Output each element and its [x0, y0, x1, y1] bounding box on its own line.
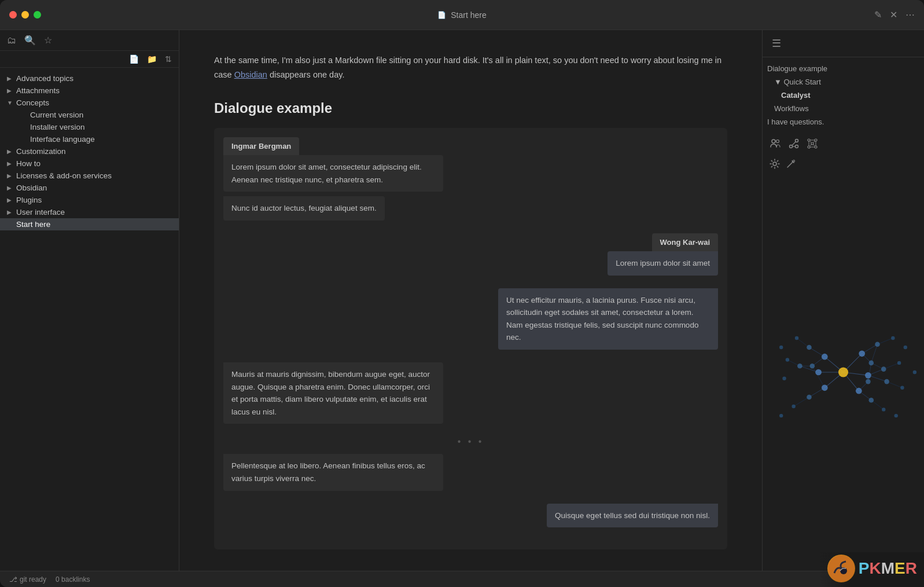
folder-icon[interactable]: 🗂 — [7, 35, 16, 46]
message-bubble-left-center: Mauris at mauris dignissim, bibendum aug… — [223, 362, 443, 424]
pkmer-r: R — [905, 559, 917, 578]
sidebar-item-label: Interface language — [30, 135, 172, 144]
sidebar-item-label: Licenses & add-on services — [16, 171, 172, 180]
sidebar-item-licenses[interactable]: ▶ Licenses & add-on services — [0, 170, 179, 182]
svg-point-59 — [875, 342, 880, 347]
svg-point-72 — [792, 405, 795, 408]
outline-item-workflows[interactable]: Workflows — [763, 102, 924, 115]
message-bubble-bottom-left: Pellentesque at leo libero. Aenean finib… — [223, 454, 443, 490]
svg-point-61 — [807, 345, 812, 350]
minimize-button[interactable] — [21, 11, 29, 19]
outline-toggle-icon[interactable]: ☰ — [772, 37, 915, 50]
graph-settings-icon[interactable] — [770, 159, 780, 171]
svg-point-60 — [868, 361, 874, 366]
outline-item-quickstart[interactable]: ▼ Quick Start — [763, 75, 924, 89]
git-status: ⎇ git ready — [9, 575, 46, 584]
message-right-bottom: Quisque eget tellus sed dui tristique no… — [223, 504, 718, 533]
star-icon[interactable]: ☆ — [44, 35, 52, 46]
sidebar-item-label: Advanced topics — [16, 74, 172, 83]
sidebar-item-concepts[interactable]: ▼ Concepts — [0, 97, 179, 109]
svg-line-40 — [878, 338, 893, 344]
svg-line-45 — [883, 363, 899, 369]
message-name-wong: Wong Kar-wai — [652, 233, 718, 251]
sidebar-item-current-version[interactable]: Current version — [0, 109, 179, 121]
obsidian-link[interactable]: Obsidian — [234, 70, 267, 79]
svg-point-78 — [913, 370, 916, 374]
graph-people-icon[interactable] — [770, 138, 781, 152]
svg-line-16 — [810, 141, 811, 142]
edit-button[interactable]: ✎ — [874, 9, 882, 20]
sidebar-item-start-here[interactable]: Start here — [0, 218, 179, 230]
sidebar-item-user-interface[interactable]: ▶ User interface — [0, 206, 179, 218]
svg-point-76 — [782, 377, 786, 380]
close-tab-button[interactable]: ✕ — [890, 9, 897, 20]
sidebar-item-label: Obsidian — [16, 184, 172, 192]
search-icon[interactable]: 🔍 — [24, 35, 36, 46]
svg-point-56 — [822, 384, 828, 391]
message-bubble-center: Ut nec efficitur mauris, a lacinia purus… — [498, 288, 718, 350]
svg-line-17 — [813, 141, 815, 142]
sidebar-item-customization[interactable]: ▶ Customization — [0, 145, 179, 157]
sidebar-item-label: Customization — [16, 147, 172, 156]
sort-icon[interactable]: ⇅ — [165, 54, 172, 64]
new-folder-icon[interactable]: 📁 — [147, 54, 157, 64]
graph-link-icon[interactable] — [788, 138, 800, 152]
graph-mesh-icon[interactable] — [807, 138, 818, 152]
new-file-icon[interactable]: 📄 — [129, 54, 139, 64]
svg-point-58 — [815, 369, 822, 376]
svg-line-43 — [794, 397, 809, 406]
sidebar-item-installer-version[interactable]: Installer version — [0, 121, 179, 133]
dialogue-container: Ingmar Bergman Lorem ipsum dolor sit ame… — [214, 128, 727, 549]
arrow-icon: ▼ — [7, 100, 16, 106]
svg-point-3 — [796, 140, 798, 142]
pkmer-m: M — [881, 559, 894, 578]
sidebar-item-interface-language[interactable]: Interface language — [0, 133, 179, 145]
pkmer-e: E — [894, 559, 905, 578]
pkmer-p: P — [859, 559, 870, 578]
editor-pane[interactable]: At the same time, I'm also just a Markdo… — [179, 30, 762, 571]
outline-item-catalyst[interactable]: Catalyst — [763, 89, 924, 102]
sidebar-item-attachments[interactable]: ▶ Attachments — [0, 85, 179, 97]
git-label: git ready — [20, 575, 46, 584]
sidebar-item-label: Concepts — [16, 98, 172, 107]
outline-item-questions[interactable]: I have questions. — [763, 115, 924, 129]
graph-svg — [763, 174, 924, 571]
pkmer-k: K — [870, 559, 881, 578]
message-bubble-bottom-right: Quisque eget tellus sed dui tristique no… — [547, 504, 718, 528]
sidebar-item-obsidian[interactable]: ▶ Obsidian — [0, 182, 179, 194]
graph-wand-icon[interactable] — [786, 159, 796, 171]
maximize-button[interactable] — [34, 11, 41, 19]
svg-point-67 — [884, 379, 889, 384]
message-name-ingmar: Ingmar Bergman — [223, 137, 299, 155]
svg-point-80 — [894, 414, 897, 417]
svg-point-66 — [881, 366, 886, 372]
svg-point-1 — [776, 140, 779, 143]
svg-point-20 — [773, 162, 776, 166]
outline-panel: ☰ — [763, 30, 924, 57]
arrow-icon: ▶ — [7, 209, 16, 215]
traffic-lights — [9, 11, 41, 19]
intro-text: At the same time, I'm also just a Markdo… — [214, 53, 727, 82]
file-actions: 📄 📁 ⇅ — [0, 51, 179, 68]
outline-item-dialogue[interactable]: Dialogue example — [763, 62, 924, 75]
svg-point-69 — [891, 336, 894, 340]
sidebar-item-label: How to — [16, 159, 172, 168]
svg-point-54 — [822, 354, 828, 360]
title-actions: ✎ ✕ ⋯ — [874, 9, 915, 20]
sidebar-item-advanced-topics[interactable]: ▶ Advanced topics — [0, 72, 179, 85]
svg-point-73 — [786, 358, 789, 361]
svg-point-2 — [790, 145, 793, 148]
close-button[interactable] — [9, 11, 17, 19]
right-panel: ☰ Dialogue example ▼ Quick Start Catalys… — [762, 30, 924, 571]
window-title-area: 📄 Start here — [437, 10, 486, 20]
more-options-button[interactable]: ⋯ — [905, 9, 915, 20]
sidebar-item-howto[interactable]: ▶ How to — [0, 157, 179, 170]
backlinks-label: 0 backlinks — [56, 575, 90, 584]
svg-line-46 — [887, 381, 903, 388]
svg-point-70 — [795, 336, 798, 340]
sidebar-item-plugins[interactable]: ▶ Plugins — [0, 194, 179, 206]
svg-point-71 — [882, 408, 885, 411]
app-window: 📄 Start here ✎ ✕ ⋯ 🗂 🔍 ☆ 📄 📁 ⇅ — [0, 0, 924, 587]
file-icon: 📄 — [437, 11, 446, 19]
svg-point-9 — [808, 146, 810, 148]
